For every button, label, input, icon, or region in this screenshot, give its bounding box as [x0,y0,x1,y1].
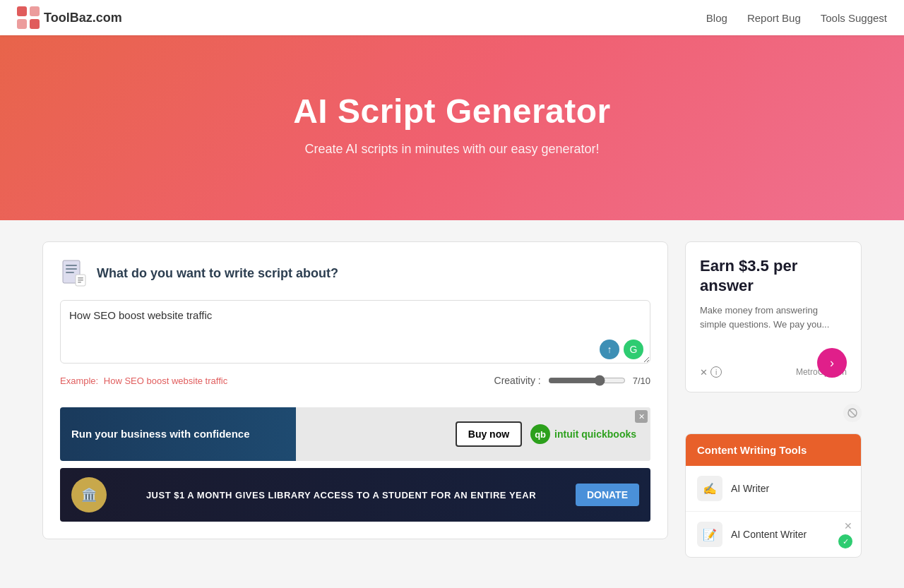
tool-item-ai-writer[interactable]: ✍ AI Writer [686,466,861,512]
hero-subtitle: Create AI scripts in minutes with our ea… [14,142,890,157]
right-sidebar: Earn $3.5 per answer Make money from ans… [685,241,862,558]
ai-writer-icon: ✍ [697,476,722,501]
svg-rect-9 [78,277,83,279]
tool-item-ai-content[interactable]: 📝 AI Content Writer ✕ ✓ [686,512,861,557]
earn-ad-arrow[interactable]: › [817,348,847,378]
creativity-label: Creativity : [494,375,541,386]
panel-title: What do you want to write script about? [97,266,338,281]
script-generator-panel: What do you want to write script about? … [42,241,668,539]
qb-icon: qb [530,424,550,444]
info-icon[interactable]: i [710,366,722,378]
svg-rect-1 [30,6,40,16]
example-value: How SEO boost website traffic [104,376,227,386]
ad-buy-button[interactable]: Buy now [456,421,522,447]
earn-ad-close[interactable]: ✕ [700,367,708,378]
ai-writer-label: AI Writer [731,483,769,494]
creativity-row: Creativity : 7/10 [494,375,650,386]
ai-content-label: AI Content Writer [731,529,807,540]
textarea-wrapper: How SEO boost website traffic ↑ G [60,300,650,366]
ad-right-section: Buy now qb intuit quickbooks [352,407,650,461]
earn-ad-subtitle: Make money from answering simple questio… [700,304,847,331]
ad-banner-quickbooks: Run your business with confidence Buy no… [60,407,650,461]
no-ad-icon[interactable] [843,404,862,422]
panel-title-row: What do you want to write script about? [60,259,650,287]
village-logo-icon: 🏛️ [71,477,107,512]
logo-text: ToolBaz.com [44,11,122,25]
tool-close-btn[interactable]: ✕ [844,520,852,532]
nav-report-bug[interactable]: Report Bug [747,12,801,24]
svg-rect-6 [66,268,77,270]
svg-rect-10 [78,280,83,281]
donate-button[interactable]: DONATE [576,484,639,506]
ad-close-btn[interactable]: ✕ [635,410,648,423]
content-writing-tools: Content Writing Tools ✍ AI Writer 📝 AI C… [685,433,862,558]
ai-content-icon: 📝 [697,522,722,547]
svg-rect-0 [17,6,27,16]
example-text: Example: How SEO boost website traffic [60,376,227,386]
svg-line-13 [849,409,856,416]
navbar: ToolBaz.com Blog Report Bug Tools Sugges… [0,0,904,35]
ad-title: Run your business with confidence [71,427,341,441]
earn-ad-footer-left: ✕ i [700,366,722,378]
nav-blog[interactable]: Blog [706,12,727,24]
creativity-slider[interactable] [548,375,626,386]
hero-section: AI Script Generator Create AI scripts in… [0,35,904,220]
logo[interactable]: ToolBaz.com [17,6,122,29]
svg-rect-3 [30,19,40,29]
textarea-action-icons: ↑ G [600,340,643,359]
ad-banners: Run your business with confidence Buy no… [60,407,650,522]
creativity-value: 7/10 [633,376,650,386]
earn-ad-card: Earn $3.5 per answer Make money from ans… [685,241,862,392]
earn-ad-title: Earn $3.5 per answer [700,256,847,295]
tool-check-icon: ✓ [838,534,852,548]
panel-icon [60,259,88,287]
ad2-text: JUST $1 A MONTH GIVES LIBRARY ACCESS TO … [118,490,564,500]
nav-tools-suggest[interactable]: Tools Suggest [821,12,887,24]
main-content: What do you want to write script about? … [0,220,904,579]
svg-rect-7 [66,272,74,273]
no-ad-icon-row [685,404,862,422]
upload-btn[interactable]: ↑ [600,340,619,359]
hero-title: AI Script Generator [14,92,890,131]
ad-text-section: Run your business with confidence [60,419,352,450]
content-tools-header: Content Writing Tools [686,434,861,466]
ad-banner-village: 🏛️ JUST $1 A MONTH GIVES LIBRARY ACCESS … [60,468,650,522]
svg-rect-2 [17,19,27,29]
grammar-btn[interactable]: G [624,340,643,359]
svg-rect-5 [66,265,77,266]
quickbooks-logo: qb intuit quickbooks [530,424,636,444]
svg-rect-11 [78,282,81,283]
script-input[interactable]: How SEO boost website traffic [60,300,650,364]
navbar-links: Blog Report Bug Tools Suggest [706,12,887,24]
panel-bottom-row: Example: How SEO boost website traffic C… [60,375,650,386]
